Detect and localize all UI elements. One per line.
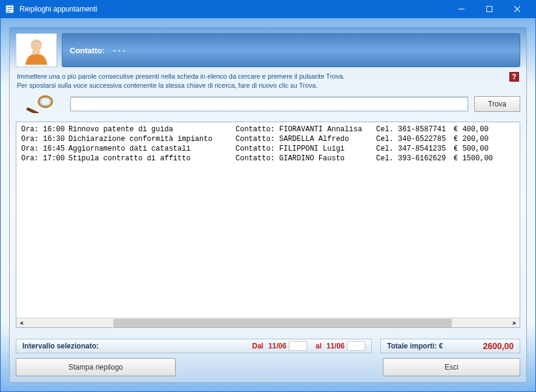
from-label: Dal: [252, 342, 263, 350]
contact-bar: Contatto: - - -: [62, 33, 520, 67]
svg-rect-5: [487, 7, 492, 12]
row-phone: Cel. 361-8587741: [376, 125, 454, 134]
contact-label: Contatto:: [70, 46, 105, 55]
find-button[interactable]: Trova: [474, 96, 520, 112]
svg-rect-3: [7, 11, 10, 11]
titlebar: Riepiloghi appuntamenti: [0, 0, 536, 18]
appointments-list: Ora: 16:00Rinnovo patente di guidaContat…: [16, 122, 520, 328]
app-icon: [5, 4, 15, 14]
search-input[interactable]: [70, 97, 468, 111]
contact-avatar: [16, 33, 57, 67]
from-date: 11/06: [268, 342, 286, 350]
row-amount: € 500,00: [454, 144, 515, 154]
svg-rect-14: [26, 107, 39, 113]
interval-summary: Intervallo selezionato: Dal 11/06 al 11/…: [16, 339, 372, 353]
maximize-button[interactable]: [475, 0, 503, 18]
contact-value: - - -: [113, 46, 125, 55]
scroll-left-icon[interactable]: ◄: [16, 318, 26, 328]
table-row[interactable]: Ora: 17:00Stipula contratto di affittoCo…: [21, 154, 515, 163]
table-row[interactable]: Ora: 16:00Rinnovo patente di guidaContat…: [21, 125, 515, 134]
row-contact: Contatto: SARDELLA Alfredo: [236, 134, 376, 144]
row-amount: € 200,00: [454, 134, 515, 144]
row-amount: € 400,00: [454, 125, 515, 134]
row-phone: Cel. 340-6522785: [376, 134, 454, 144]
svg-point-11: [36, 50, 40, 54]
row-contact: Contatto: FIORAVANTI Annalisa: [236, 125, 376, 134]
total-summary: Totale importi: € 2600,00: [380, 339, 520, 353]
svg-rect-1: [7, 7, 12, 8]
row-phone: Cel. 347-8541235: [376, 144, 454, 154]
total-label: Totale importi: €: [387, 342, 443, 350]
row-time: Ora: 16:00: [21, 125, 68, 134]
close-button[interactable]: [503, 0, 531, 18]
row-description: Rinnovo patente di guida: [68, 125, 236, 134]
to-date-field[interactable]: [347, 341, 365, 351]
row-time: Ora: 17:00: [21, 154, 68, 163]
row-amount: € 1500,00: [454, 154, 515, 163]
minimize-button[interactable]: [448, 0, 475, 18]
total-value: 2600,00: [483, 341, 514, 351]
row-contact: Contatto: GIARDINO Fausto: [236, 154, 376, 163]
svg-point-13: [41, 98, 50, 106]
row-description: Stipula contratto di affitto: [68, 154, 236, 163]
window-title: Riepiloghi appuntamenti: [19, 5, 448, 13]
scroll-thumb[interactable]: [113, 319, 452, 327]
svg-rect-2: [7, 9, 12, 10]
table-row[interactable]: Ora: 16:45Aggiornamento dati catastaliCo…: [21, 144, 515, 154]
interval-label: Intervallo selezionato:: [22, 342, 99, 350]
row-contact: Contatto: FILIPPONI Luigi: [236, 144, 376, 154]
table-row[interactable]: Ora: 16:30Dichiarazione conformità impia…: [21, 134, 515, 144]
to-date: 11/06: [326, 342, 345, 350]
svg-rect-4: [458, 9, 465, 10]
row-phone: Cel. 393-6162629: [376, 154, 454, 163]
row-description: Dichiarazione conformità impianto: [68, 134, 236, 144]
to-label: al: [316, 342, 322, 350]
from-date-field[interactable]: [289, 341, 307, 351]
scroll-right-icon[interactable]: ►: [510, 318, 520, 328]
print-button[interactable]: Stampa riepilogo: [16, 358, 176, 376]
help-icon[interactable]: ?: [509, 72, 519, 82]
instructions-text: Immettere una o più parole consecutive p…: [17, 72, 519, 90]
search-icon: [16, 93, 64, 116]
row-description: Aggiornamento dati catastali: [68, 144, 236, 154]
row-time: Ora: 16:30: [21, 134, 68, 144]
row-time: Ora: 16:45: [21, 144, 68, 154]
svg-point-10: [32, 50, 36, 55]
exit-button[interactable]: Esci: [383, 358, 520, 376]
horizontal-scrollbar[interactable]: ◄ ►: [16, 318, 520, 327]
